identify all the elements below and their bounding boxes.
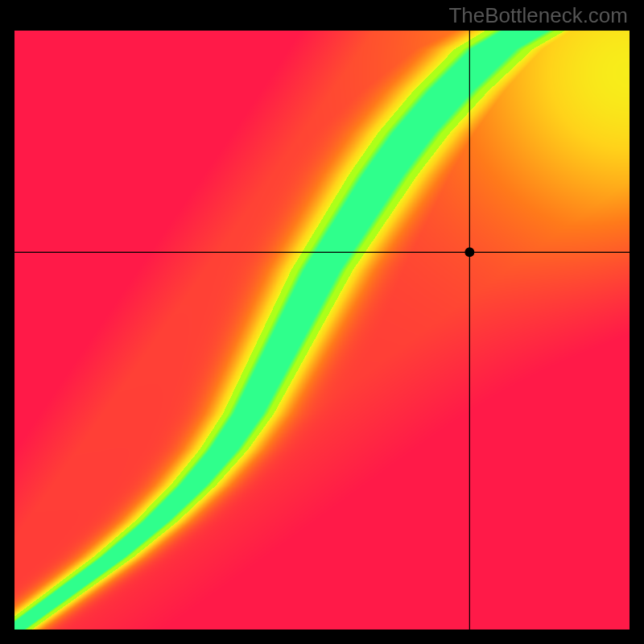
heatmap-canvas bbox=[0, 0, 644, 644]
watermark-label: TheBottleneck.com bbox=[448, 3, 628, 28]
bottleneck-heatmap: TheBottleneck.com bbox=[0, 0, 644, 644]
